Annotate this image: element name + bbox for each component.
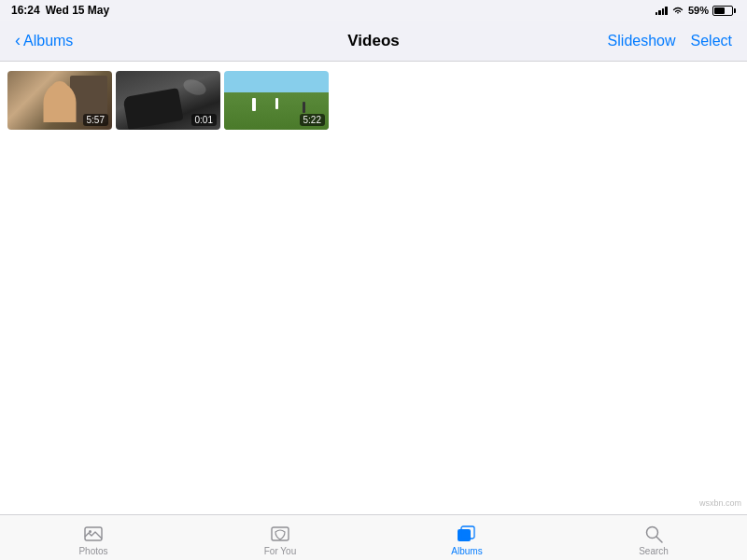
tab-search[interactable]: Search xyxy=(560,520,747,556)
svg-rect-3 xyxy=(458,529,471,541)
tab-albums-label: Albums xyxy=(451,546,482,556)
tab-for-you[interactable]: For You xyxy=(187,520,374,556)
search-icon xyxy=(641,524,666,544)
video-grid: 5:57 0:01 5:22 xyxy=(7,71,740,130)
video-duration-2: 0:01 xyxy=(191,114,217,126)
watermark: wsxbn.com xyxy=(699,498,741,508)
svg-line-6 xyxy=(656,537,662,542)
tab-albums[interactable]: Albums xyxy=(374,520,560,556)
battery-icon xyxy=(712,6,736,16)
chevron-left-icon: ‹ xyxy=(15,32,21,49)
video-item-2[interactable]: 0:01 xyxy=(116,71,220,130)
tab-for-you-label: For You xyxy=(264,546,296,556)
video-duration-3: 5:22 xyxy=(300,114,325,126)
wifi-icon xyxy=(671,6,684,15)
tab-photos[interactable]: Photos xyxy=(0,520,187,556)
tab-search-label: Search xyxy=(639,546,669,556)
for-you-icon xyxy=(268,524,292,544)
svg-rect-2 xyxy=(272,527,289,540)
time-display: 16:24 xyxy=(11,4,40,17)
video-item-1[interactable]: 5:57 xyxy=(7,71,112,130)
back-label: Albums xyxy=(23,33,73,49)
slideshow-button[interactable]: Slideshow xyxy=(608,33,676,49)
signal-strength-icon xyxy=(655,6,668,15)
page-title: Videos xyxy=(347,32,399,50)
select-button[interactable]: Select xyxy=(691,33,732,49)
nav-bar: ‹ Albums Videos Slideshow Select xyxy=(0,21,747,62)
albums-icon xyxy=(455,524,479,544)
tab-photos-label: Photos xyxy=(78,546,107,556)
photos-icon xyxy=(81,524,106,544)
battery-percentage: 59% xyxy=(688,5,709,16)
date-display: Wed 15 May xyxy=(46,4,109,17)
video-item-3[interactable]: 5:22 xyxy=(224,71,329,130)
tab-bar: Photos For You Albums Search xyxy=(0,514,747,560)
nav-actions: Slideshow Select xyxy=(608,33,732,49)
back-button[interactable]: ‹ Albums xyxy=(15,33,73,49)
video-duration-1: 5:57 xyxy=(83,114,108,126)
main-content: 5:57 0:01 5:22 xyxy=(0,62,747,514)
status-bar: 16:24 Wed 15 May 59% xyxy=(0,0,747,21)
